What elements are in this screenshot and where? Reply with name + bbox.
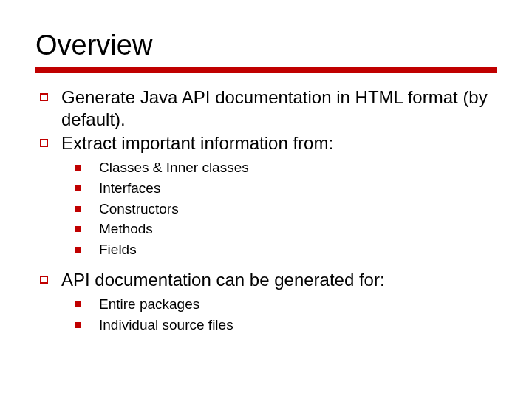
square-filled-bullet-icon [75, 301, 81, 307]
square-filled-bullet-icon [75, 206, 81, 212]
list-item: Fields [75, 241, 497, 259]
list-item-text: Methods [99, 220, 153, 238]
list-item-text: Generate Java API documentation in HTML … [61, 86, 497, 131]
list-item-text: Entire packages [99, 296, 200, 313]
bullet-list-level1: Generate Java API documentation in HTML … [40, 86, 497, 333]
bullet-list-level2: Classes & Inner classes Interfaces Const… [75, 159, 497, 259]
list-item: Individual source files [75, 316, 497, 334]
list-item: Extract important information from: [40, 132, 497, 154]
list-item: Constructors [75, 200, 497, 218]
square-filled-bullet-icon [75, 226, 81, 232]
square-filled-bullet-icon [75, 165, 81, 171]
title-underline [35, 67, 497, 73]
square-outline-bullet-icon [40, 93, 48, 101]
list-item-text: Classes & Inner classes [99, 159, 249, 177]
list-item: Interfaces [75, 180, 497, 197]
list-item-text: Interfaces [99, 180, 160, 197]
bullet-list-level2: Entire packages Individual source files [75, 296, 497, 334]
list-item: Methods [75, 220, 497, 238]
slide: Overview Generate Java API documentation… [0, 0, 532, 399]
list-item: Classes & Inner classes [75, 159, 497, 177]
list-item-text: Extract important information from: [61, 132, 333, 154]
list-item-text: API documentation can be generated for: [61, 269, 385, 291]
square-filled-bullet-icon [75, 185, 81, 191]
list-item: Entire packages [75, 296, 497, 313]
list-item-text: Individual source files [99, 316, 233, 334]
list-item-text: Constructors [99, 200, 179, 218]
list-item: API documentation can be generated for: [40, 269, 497, 291]
list-item: Generate Java API documentation in HTML … [40, 86, 497, 131]
list-item-text: Fields [99, 241, 137, 259]
square-filled-bullet-icon [75, 247, 81, 253]
square-outline-bullet-icon [40, 139, 48, 147]
slide-title: Overview [35, 30, 497, 61]
square-filled-bullet-icon [75, 322, 81, 328]
square-outline-bullet-icon [40, 276, 48, 284]
